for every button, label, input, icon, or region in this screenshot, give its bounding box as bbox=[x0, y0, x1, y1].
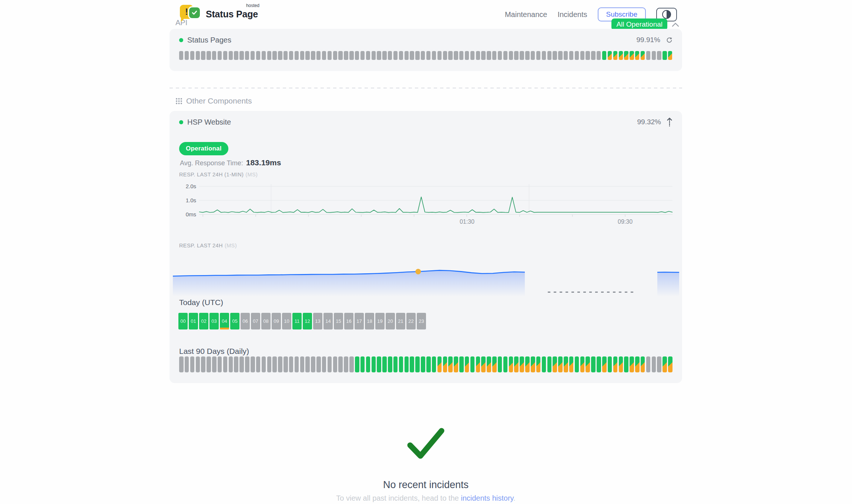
hour-block-00[interactable]: 00 bbox=[178, 313, 188, 329]
uptime-bar[interactable] bbox=[360, 51, 365, 60]
uptime-bar[interactable] bbox=[185, 51, 189, 60]
hour-block-23[interactable]: 23 bbox=[417, 313, 426, 329]
uptime-bar[interactable] bbox=[646, 51, 650, 60]
uptime-bar[interactable] bbox=[536, 51, 540, 60]
uptime-bar[interactable] bbox=[179, 51, 183, 60]
uptime-bar[interactable] bbox=[295, 51, 299, 60]
uptime-bar[interactable] bbox=[333, 51, 337, 60]
uptime-bar[interactable] bbox=[344, 51, 348, 60]
day-block[interactable] bbox=[372, 356, 376, 372]
uptime-bar[interactable] bbox=[272, 51, 276, 60]
uptime-bar[interactable] bbox=[525, 51, 529, 60]
uptime-bar[interactable] bbox=[212, 51, 216, 60]
uptime-bar[interactable] bbox=[448, 51, 452, 60]
uptime-bar[interactable] bbox=[405, 51, 409, 60]
uptime-bar[interactable] bbox=[196, 51, 200, 60]
day-block[interactable] bbox=[602, 356, 607, 372]
day-block[interactable] bbox=[646, 356, 651, 372]
day-block[interactable] bbox=[333, 356, 338, 372]
day-block[interactable] bbox=[575, 356, 579, 372]
day-block[interactable] bbox=[481, 356, 486, 372]
nav-incidents[interactable]: Incidents bbox=[557, 10, 587, 19]
uptime-bar[interactable] bbox=[630, 51, 634, 60]
day-block[interactable] bbox=[300, 356, 305, 372]
day-block[interactable] bbox=[613, 356, 618, 372]
uptime-bar[interactable] bbox=[663, 51, 667, 60]
uptime-bar[interactable] bbox=[558, 51, 562, 60]
day-block[interactable] bbox=[415, 356, 420, 372]
uptime-bar[interactable] bbox=[503, 51, 507, 60]
response-time-line-chart[interactable]: 2.0s1.0s0ms01:3009:30 bbox=[179, 181, 672, 228]
day-block[interactable] bbox=[393, 356, 398, 372]
day-block[interactable] bbox=[218, 356, 222, 372]
day-block[interactable] bbox=[498, 356, 502, 372]
uptime-bar[interactable] bbox=[223, 51, 227, 60]
hour-block-06[interactable]: 06 bbox=[241, 313, 250, 329]
nav-maintenance[interactable]: Maintenance bbox=[505, 10, 547, 19]
day-block[interactable] bbox=[360, 356, 365, 372]
uptime-bar[interactable] bbox=[316, 51, 321, 60]
day-block[interactable] bbox=[641, 356, 645, 372]
hour-block-21[interactable]: 21 bbox=[396, 313, 405, 329]
day-block[interactable] bbox=[476, 356, 480, 372]
uptime-bar[interactable] bbox=[580, 51, 584, 60]
hour-block-09[interactable]: 09 bbox=[272, 313, 281, 329]
day-block[interactable] bbox=[311, 356, 315, 372]
uptime-bar[interactable] bbox=[509, 51, 513, 60]
hour-block-14[interactable]: 14 bbox=[323, 313, 333, 329]
uptime-bar[interactable] bbox=[262, 51, 266, 60]
uptime-bar[interactable] bbox=[520, 51, 524, 60]
day-block[interactable] bbox=[454, 356, 458, 372]
uptime-bar[interactable] bbox=[564, 51, 568, 60]
day-block[interactable] bbox=[564, 356, 568, 372]
day-block[interactable] bbox=[652, 356, 656, 372]
brand-logo[interactable]: ! hosted Status Page bbox=[180, 4, 258, 21]
day-block[interactable] bbox=[190, 356, 195, 372]
uptime-bar[interactable] bbox=[443, 51, 447, 60]
day-block[interactable] bbox=[355, 356, 359, 372]
uptime-bar[interactable] bbox=[372, 51, 376, 60]
uptime-bar[interactable] bbox=[355, 51, 359, 60]
hour-block-16[interactable]: 16 bbox=[344, 313, 353, 329]
hour-block-01[interactable]: 01 bbox=[189, 313, 198, 329]
day-block[interactable] bbox=[349, 356, 354, 372]
day-block[interactable] bbox=[448, 356, 453, 372]
day-block[interactable] bbox=[405, 356, 409, 372]
hour-block-18[interactable]: 18 bbox=[365, 313, 374, 329]
uptime-bar[interactable] bbox=[542, 51, 546, 60]
uptime-bar[interactable] bbox=[388, 51, 392, 60]
day-block[interactable] bbox=[657, 356, 661, 372]
hour-block-07[interactable]: 07 bbox=[251, 313, 260, 329]
uptime-bar[interactable] bbox=[586, 51, 590, 60]
uptime-bar[interactable] bbox=[619, 51, 623, 60]
uptime-bar[interactable] bbox=[251, 51, 255, 60]
day-block[interactable] bbox=[256, 356, 261, 372]
hour-block-22[interactable]: 22 bbox=[406, 313, 416, 329]
day-block[interactable] bbox=[536, 356, 541, 372]
uptime-bar[interactable] bbox=[465, 51, 469, 60]
day-block[interactable] bbox=[608, 356, 612, 372]
day-block[interactable] bbox=[289, 356, 293, 372]
hour-block-13[interactable]: 13 bbox=[313, 313, 322, 329]
day-block[interactable] bbox=[245, 356, 249, 372]
hour-block-10[interactable]: 10 bbox=[282, 313, 291, 329]
uptime-bar[interactable] bbox=[305, 51, 309, 60]
uptime-bar[interactable] bbox=[328, 51, 332, 60]
response-time-area-chart[interactable] bbox=[173, 251, 679, 302]
day-block[interactable] bbox=[278, 356, 282, 372]
uptime-bar[interactable] bbox=[322, 51, 326, 60]
hour-block-02[interactable]: 02 bbox=[199, 313, 208, 329]
uptime-bar[interactable] bbox=[624, 51, 628, 60]
uptime-bar[interactable] bbox=[476, 51, 480, 60]
day-block[interactable] bbox=[377, 356, 381, 372]
day-block[interactable] bbox=[212, 356, 217, 372]
day-block[interactable] bbox=[630, 356, 634, 372]
uptime-bar[interactable] bbox=[635, 51, 639, 60]
day-block[interactable] bbox=[547, 356, 552, 372]
uptime-bar[interactable] bbox=[278, 51, 282, 60]
day-block[interactable] bbox=[388, 356, 392, 372]
uptime-bar[interactable] bbox=[641, 51, 645, 60]
day-block[interactable] bbox=[272, 356, 277, 372]
uptime-bar[interactable] bbox=[349, 51, 353, 60]
uptime-bar[interactable] bbox=[300, 51, 304, 60]
